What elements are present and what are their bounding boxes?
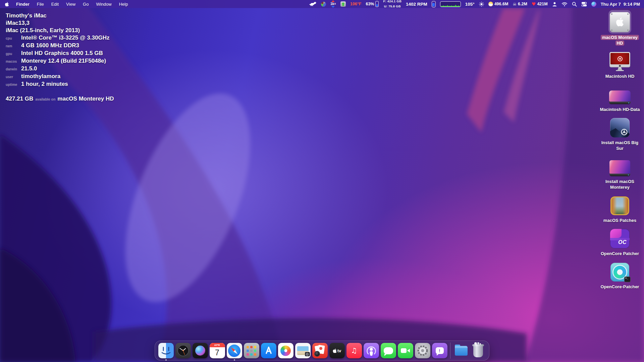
dock-downloads-folder[interactable]: [453, 343, 469, 359]
spec-label: macos: [6, 58, 21, 65]
desktop-icon-label: OpenCore Patcher: [601, 251, 639, 256]
desktop-icon-install-big-sur[interactable]: Install macOS Big Sur: [598, 115, 642, 151]
app-updater-icon[interactable]: [340, 1, 346, 7]
menu-view[interactable]: View: [62, 2, 79, 7]
menu-bar-clock[interactable]: Thu Apr 7 9:14 PM: [601, 2, 640, 7]
memory-skull-status[interactable]: ☠ 6.2M: [513, 2, 527, 7]
desktop-icon-macos-monterey-hd[interactable]: macOS Monterey HD: [598, 10, 642, 46]
disk-usage-status[interactable]: F: 424.1 GB U: 75.8 GB: [383, 0, 401, 8]
dock-facetime[interactable]: [397, 343, 413, 359]
menu-help[interactable]: Help: [115, 2, 132, 7]
control-center-menu[interactable]: [581, 2, 587, 7]
spec-value: Monterey 12.4 (Build 21F5048e): [21, 57, 114, 65]
brightness-icon[interactable]: [479, 2, 484, 7]
desktop-icon-install-monterey[interactable]: Install macOS Monterey: [598, 154, 642, 190]
facetime-icon: [398, 343, 413, 358]
podcasts-icon: [364, 343, 379, 358]
skull-emoji-icon: ☠: [513, 2, 517, 7]
dock-photos[interactable]: [278, 343, 293, 359]
menu-window[interactable]: Window: [92, 2, 115, 7]
siri-icon: [591, 2, 596, 7]
battery-widget-icon[interactable]: [432, 1, 436, 7]
dock-feedback-assistant[interactable]: !: [432, 343, 447, 359]
desktop-icon-opencore-patcher[interactable]: OC OpenCore Patcher: [598, 226, 642, 256]
apple-tv-icon: tv: [329, 343, 345, 358]
dock-apple-tv[interactable]: tv: [329, 343, 345, 359]
cpu-temp-status[interactable]: 106°F: [350, 2, 362, 6]
memory-pie-icon[interactable]: [321, 2, 326, 7]
desktop-icon-opencore-patcher-app[interactable]: >_ OpenCore-Patcher: [598, 259, 642, 290]
system-preferences-icon: [415, 343, 430, 358]
menu-bar-left: Finder File Edit View Go Window Help: [4, 2, 131, 7]
dock-clock[interactable]: [175, 343, 191, 359]
menu-finder[interactable]: Finder: [12, 2, 33, 7]
elcapitan-patches-icon: [609, 193, 631, 217]
dock-system-preferences[interactable]: [415, 343, 430, 359]
menu-edit[interactable]: Edit: [48, 2, 62, 7]
spec-label: darwin: [6, 65, 21, 73]
desktop-icon-label: OpenCore-Patcher: [601, 284, 639, 290]
trash-full-icon: [473, 345, 483, 357]
dock-photo-booth[interactable]: [312, 343, 328, 359]
battery-vertical-icon: [375, 1, 379, 7]
dock-music[interactable]: ♫: [346, 343, 362, 359]
user-silhouette-icon: [552, 2, 557, 7]
cpu-history-graph[interactable]: [440, 1, 461, 7]
dock-podcasts[interactable]: [363, 343, 379, 359]
dock-trash[interactable]: [470, 343, 486, 359]
terminal-badge-icon: >_: [624, 277, 631, 282]
spec-value: Intel® Core™ i3-3225 @ 3.30GHz: [21, 34, 114, 42]
siri-menu[interactable]: [591, 2, 596, 7]
download-arrow-icon: [331, 6, 335, 8]
memory-heart-status[interactable]: ♥ 421M: [532, 1, 548, 7]
dock-safari[interactable]: [226, 343, 242, 359]
opencore-purple-icon: OC: [609, 226, 631, 250]
desktop-icon-macintosh-hd[interactable]: Macintosh HD: [598, 49, 642, 79]
gpu-temp-status[interactable]: 105°: [465, 2, 475, 7]
opencore-teal-icon: >_: [609, 259, 631, 283]
memory-skull-value: 6.2M: [518, 2, 527, 6]
calendar-icon: APR 7: [210, 343, 225, 358]
desktop-icon-macintosh-hd-data[interactable]: Macintosh HD-Data: [598, 82, 642, 112]
spec-label: ram: [6, 42, 21, 50]
pie-chart-icon: [321, 2, 326, 7]
finder-icon: [158, 343, 174, 358]
network-rate-widget[interactable]: 1k+: [330, 0, 336, 8]
dock-siri[interactable]: [192, 343, 208, 359]
storage-middle-text: available on: [35, 97, 55, 101]
dock-app-store[interactable]: [261, 343, 276, 359]
wifi-menu[interactable]: [561, 2, 568, 6]
memory-compressed-status[interactable]: 496.6M: [488, 2, 508, 6]
imac-red-screen-icon: [608, 49, 632, 72]
dock-launchpad[interactable]: [244, 343, 259, 359]
spec-label: uptime: [6, 81, 21, 88]
monterey-installer-drive-icon: [608, 154, 632, 178]
desktop-icon-label: Install macOS Big Sur: [599, 140, 641, 151]
folder-icon: [455, 346, 468, 356]
dock-calendar[interactable]: APR 7: [209, 343, 225, 359]
sun-icon: [479, 2, 484, 7]
feedback-assistant-icon: !: [432, 343, 447, 358]
battery-percent-status[interactable]: 63%: [366, 1, 379, 7]
apple-menu[interactable]: [4, 2, 12, 7]
desktop-icons-column: macOS Monterey HD Macintosh HD Macintosh…: [598, 10, 642, 293]
exclamation-bubble-icon: !: [436, 347, 444, 354]
dock-finder[interactable]: [158, 343, 174, 359]
safari-icon: [227, 343, 242, 358]
menu-go[interactable]: Go: [79, 2, 92, 7]
runcat-icon[interactable]: [309, 2, 317, 6]
system-info-overlay: Timothy's iMac iMac13,3 iMac (21.5-inch,…: [6, 12, 114, 102]
user-switch-menu[interactable]: [552, 2, 557, 7]
menu-file[interactable]: File: [33, 2, 48, 7]
dock-image-capture[interactable]: [295, 343, 311, 359]
calendar-day: 7: [210, 347, 225, 358]
dock-messages[interactable]: [380, 343, 396, 359]
tv-text: tv: [337, 348, 341, 353]
disk-used-value: U: 75.8 GB: [384, 5, 401, 8]
photo-booth-icon: [312, 343, 328, 358]
spotlight-menu[interactable]: [572, 2, 577, 7]
running-indicator: [165, 359, 167, 361]
desktop-icon-macos-patches[interactable]: macOS Patches: [598, 193, 642, 223]
time-text: 9:14 PM: [624, 2, 640, 7]
fan-rpm-status[interactable]: 1402 RPM: [406, 2, 427, 7]
